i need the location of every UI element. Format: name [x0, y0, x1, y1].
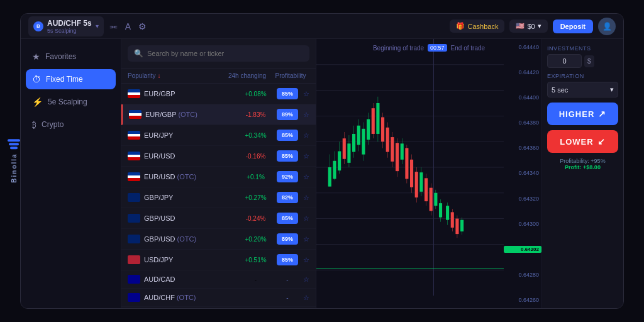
favorite-star-icon[interactable]: ☆ — [303, 256, 309, 264]
asset-name: EUR/USD — [144, 152, 235, 160]
profit-badge: 85% — [277, 213, 298, 224]
favorite-star-icon[interactable]: ☆ — [303, 152, 309, 160]
chart-type-icon[interactable]: ⫘ — [109, 21, 118, 31]
brand-logo — [8, 139, 20, 149]
currency-badge: $ — [584, 55, 594, 67]
svg-rect-42 — [405, 148, 408, 179]
asset-row[interactable]: EUR/JPY +0.34% 85% ☆ — [121, 125, 316, 146]
favorite-star-icon[interactable]: ☆ — [303, 294, 309, 302]
price-label-7: 0.64300 — [504, 221, 541, 227]
brand-name: Binolla — [11, 153, 18, 182]
change-value: - — [238, 276, 273, 283]
crypto-icon: ₿ — [32, 119, 36, 130]
asset-selector[interactable]: B AUD/CHF 5s 5s Scalping ▾ — [28, 16, 104, 36]
asset-row[interactable]: GBP/USD (OTC) +0.20% 89% ☆ — [121, 229, 316, 250]
topbar-right: 🎁 Cashback 🇺🇸 $0 ▾ Deposit 👤 — [450, 18, 616, 35]
profit-badge: 89% — [277, 233, 298, 245]
asset-row[interactable]: EUR/GBP (OTC) -1.83% 89% ☆ — [121, 104, 316, 125]
candlestick-chart — [316, 39, 504, 296]
flag-icon — [128, 235, 140, 243]
price-label-5: 0.64340 — [504, 170, 541, 176]
flag-icon — [128, 172, 140, 181]
higher-button[interactable]: HIGHER ↗ — [547, 103, 618, 125]
change-value: +0.1% — [238, 174, 273, 180]
flag-icon — [128, 152, 140, 160]
svg-rect-40 — [401, 143, 404, 160]
svg-rect-16 — [343, 138, 346, 159]
sidebar-item-fixed-time[interactable]: ⏱ Fixed Time — [26, 69, 116, 89]
asset-row[interactable]: AUD/CAD - - ☆ — [121, 270, 316, 289]
asset-name: EUR/GBP (OTC) — [145, 111, 235, 118]
svg-rect-28 — [372, 108, 375, 134]
change-value: +0.20% — [238, 236, 273, 243]
investment-input[interactable] — [547, 54, 582, 68]
clock-icon: ⏱ — [32, 74, 41, 84]
favorite-star-icon[interactable]: ☆ — [303, 235, 309, 243]
svg-rect-22 — [357, 126, 360, 145]
lower-button[interactable]: LOWER ↙ — [547, 130, 618, 153]
flag-icon — [128, 214, 140, 223]
flag-icon — [128, 131, 140, 140]
sidebar-label-fixed-time: Fixed Time — [46, 75, 83, 84]
svg-rect-14 — [338, 152, 341, 171]
trade-timer: 00:57 — [428, 44, 447, 52]
asset-name: USD/JPY — [144, 256, 235, 264]
sidebar-item-favorites[interactable]: ★ Favorites — [26, 47, 116, 67]
svg-rect-12 — [333, 161, 336, 179]
favorite-star-icon[interactable]: ☆ — [303, 131, 309, 140]
current-price-label: 0.64202 — [504, 246, 541, 253]
profit-badge: 85% — [277, 254, 298, 265]
asset-table-header: Popularity ↓ 24h changing Profitability — [121, 69, 316, 84]
trade-start-line — [433, 39, 434, 296]
favorite-star-icon[interactable]: ☆ — [303, 111, 309, 119]
topbar: B AUD/CHF 5s 5s Scalping ▾ ⫘ A ⚙ 🎁 Cashb… — [21, 14, 623, 39]
asset-row[interactable]: EUR/USD (OTC) +0.1% 92% ☆ — [121, 167, 316, 187]
end-of-trade-label: End of trade — [451, 45, 485, 52]
asset-row[interactable]: EUR/USD -0.16% 85% ☆ — [121, 146, 316, 167]
expiration-value: 5 sec — [552, 86, 568, 94]
text-tool-icon[interactable]: A — [125, 21, 131, 31]
flag-icon — [128, 193, 140, 202]
svg-rect-36 — [391, 137, 394, 162]
svg-rect-38 — [396, 143, 399, 171]
favorite-star-icon[interactable]: ☆ — [303, 214, 309, 223]
svg-rect-32 — [381, 117, 384, 142]
favorite-star-icon[interactable]: ☆ — [303, 173, 309, 181]
asset-row[interactable]: AUD/CHF (OTC) - ☆ — [121, 289, 316, 307]
settings-icon[interactable]: ⚙ — [138, 21, 147, 31]
svg-rect-34 — [386, 128, 389, 152]
svg-rect-54 — [434, 193, 437, 206]
asset-row[interactable]: USD/JPY +0.51% 85% ☆ — [121, 250, 316, 270]
deposit-button[interactable]: Deposit — [553, 19, 593, 33]
price-label-0: 0.64440 — [504, 44, 541, 50]
brand-sidebar: Binolla — [8, 139, 20, 182]
search-box: 🔍 — [121, 39, 316, 69]
avatar[interactable]: 👤 — [598, 18, 616, 35]
cashback-button[interactable]: 🎁 Cashback — [450, 19, 504, 33]
balance-button[interactable]: 🇺🇸 $0 ▾ — [509, 19, 547, 33]
right-panel: Investments $ Expiration 5 sec ▾ HIGHER … — [541, 39, 623, 308]
investments-section: Investments $ — [547, 45, 618, 68]
col-header-popularity[interactable]: Popularity ↓ — [128, 72, 223, 79]
svg-rect-18 — [347, 143, 350, 163]
favorite-star-icon[interactable]: ☆ — [303, 194, 309, 202]
change-value: +0.27% — [238, 194, 273, 201]
sidebar-label-favorites: Favorites — [45, 52, 76, 61]
search-input[interactable] — [147, 50, 303, 57]
price-label-10: 0.64260 — [504, 297, 541, 303]
asset-row[interactable]: GBP/USD -0.24% 85% ☆ — [121, 208, 316, 229]
asset-row[interactable]: EUR/GBP +0.08% 85% ☆ — [121, 84, 316, 104]
asset-row[interactable]: GBP/JPY +0.27% 82% ☆ — [121, 187, 316, 208]
sidebar-item-crypto[interactable]: ₿ Crypto — [26, 114, 116, 135]
profit-badge: 89% — [277, 109, 298, 120]
sidebar-item-5s-scalping[interactable]: ⚡ 5e Scalping — [26, 92, 116, 112]
favorite-star-icon[interactable]: ☆ — [303, 275, 309, 284]
svg-rect-20 — [352, 134, 355, 152]
main-content: ★ Favorites ⏱ Fixed Time ⚡ 5e Scalping ₿… — [21, 39, 623, 308]
price-label-3: 0.64380 — [504, 119, 541, 126]
svg-rect-52 — [430, 188, 433, 211]
svg-rect-46 — [415, 172, 418, 197]
svg-rect-10 — [328, 167, 331, 187]
favorite-star-icon[interactable]: ☆ — [303, 90, 309, 98]
expiration-select[interactable]: 5 sec ▾ — [547, 82, 618, 97]
